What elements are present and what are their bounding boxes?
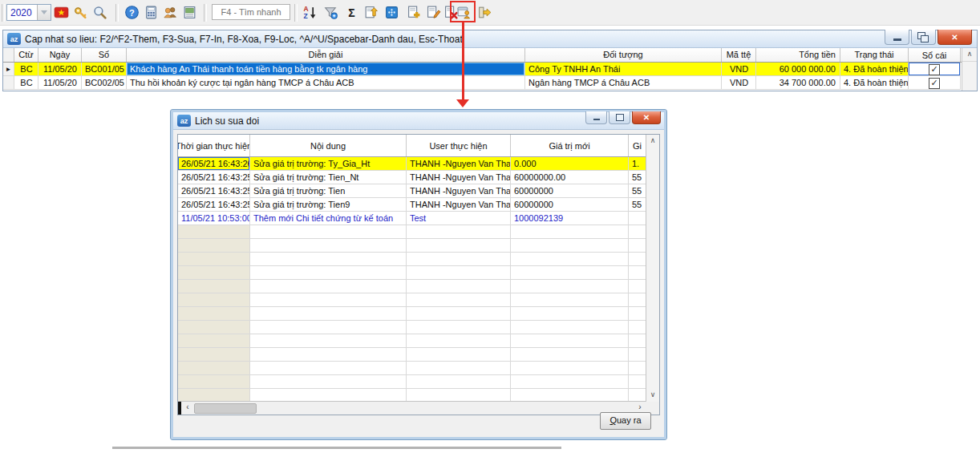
history-empty-row [178, 375, 646, 389]
checkbox-checked-icon[interactable]: ✓ [929, 64, 940, 75]
users-icon [163, 5, 178, 20]
scroll-left-icon[interactable]: ‹ [182, 402, 193, 414]
filter-button[interactable] [321, 2, 341, 22]
history-empty-row [178, 348, 646, 362]
history-row[interactable]: 26/05/21 16:43:25 Sửa giá trị trường: Ti… [178, 184, 646, 198]
column-header: Ctừ [14, 48, 38, 62]
scroll-down-icon[interactable]: ∨ [646, 389, 659, 402]
history-empty-row [178, 307, 646, 321]
history-empty-row [178, 280, 646, 293]
scroll-up-icon[interactable]: ∧ [646, 135, 659, 148]
add-button[interactable] [404, 2, 424, 22]
export-icon [363, 5, 379, 20]
table-row[interactable]: ► BC 11/05/20 BC001/05 Khách hàng An Thá… [3, 63, 962, 76]
restore-button[interactable] [911, 30, 936, 45]
main-window-titlebar[interactable]: az Cap nhat so lieu: F2/^F2-Them, F3-Sua… [3, 30, 977, 48]
history-dialog: az Lich su sua doi ✕ Thời gian thực hiện… [171, 110, 666, 439]
calculator-icon [144, 5, 159, 20]
dialog-title: Lich su sua doi [195, 115, 259, 127]
selected-cell[interactable]: Khách hàng An Thái thanh toán tiền hàng … [127, 63, 525, 76]
key-icon [73, 5, 88, 20]
checkbox-checked-icon[interactable]: ✓ [929, 78, 940, 89]
history-table-header: Thời gian thực hiện Nội dung User thực h… [178, 135, 646, 157]
history-row[interactable]: 26/05/21 16:43:25 Sửa giá trị trường: Ti… [178, 171, 646, 184]
main-window: az Cap nhat so lieu: F2/^F2-Them, F3-Sua… [2, 30, 978, 91]
column-header: Mã ttệ [722, 48, 756, 62]
column-header: User thực hiện [407, 135, 511, 156]
sort-az-icon: A Z [302, 5, 318, 20]
main-table: Ctừ Ngày Số Diễn giải Đối tượng Mã ttệ T… [3, 48, 962, 91]
help-button[interactable]: ? [122, 2, 142, 22]
svg-text:?: ? [129, 8, 135, 18]
edit-icon [426, 5, 441, 20]
annotation-arrow-head-icon [456, 99, 469, 107]
dialog-close-button[interactable]: ✕ [632, 111, 661, 124]
quay-ra-button[interactable]: Quay ra [600, 412, 651, 430]
filter-icon [323, 5, 338, 20]
exit-icon [477, 5, 492, 20]
report-button[interactable] [180, 2, 200, 22]
column-header: Sổ cái [909, 48, 961, 62]
year-value: 2020 [7, 5, 37, 20]
minimize-button[interactable] [885, 30, 909, 45]
dialog-empty-rows [178, 225, 646, 402]
toolbar-grip [2, 4, 5, 22]
main-table-header: Ctừ Ngày Số Diễn giải Đối tượng Mã ttệ T… [3, 48, 962, 63]
current-row-marker-icon: ► [6, 66, 12, 73]
help-icon: ? [124, 5, 140, 20]
history-empty-row [178, 239, 646, 253]
main-window-title: Cap nhat so lieu: F2/^F2-Them, F3-Sua, F… [25, 34, 463, 45]
column-header: Nội dung [250, 135, 407, 156]
toolbar: 2020 ? [0, 0, 980, 26]
grid-left-marker [178, 402, 181, 415]
sum-button[interactable]: Σ [342, 2, 362, 22]
dialog-titlebar[interactable]: az Lich su sua doi ✕ [173, 112, 664, 130]
sum-icon: Σ [348, 6, 354, 19]
app-icon: az [7, 33, 21, 45]
key-button[interactable] [71, 2, 91, 22]
report-icon [182, 5, 197, 20]
history-empty-row [178, 334, 646, 348]
dialog-maximize-button[interactable] [609, 111, 630, 124]
annotation-arrow-line [462, 22, 464, 99]
bottom-divider [112, 447, 561, 449]
dialog-minimize-button[interactable] [585, 111, 607, 124]
toolbar-grip [115, 4, 119, 22]
year-combobox[interactable]: 2020 [6, 4, 51, 21]
history-table: Thời gian thực hiện Nội dung User thực h… [177, 134, 660, 415]
search-icon [92, 5, 107, 20]
scroll-up-icon[interactable]: ∧ [962, 48, 977, 62]
search-button[interactable] [90, 2, 110, 22]
history-empty-row [178, 253, 646, 266]
history-empty-row [178, 321, 646, 334]
users-button[interactable] [160, 2, 180, 22]
close-button[interactable]: ✕ [937, 30, 972, 45]
quick-find-input[interactable] [212, 4, 290, 20]
scrollbar-thumb[interactable] [194, 403, 257, 414]
history-empty-row [178, 293, 646, 307]
column-header: Diễn giải [127, 48, 525, 62]
column-header: Ngày [38, 48, 82, 62]
history-row[interactable]: 11/05/21 10:53:00 Thêm mới Chi tiết chứn… [178, 212, 646, 225]
calculator-button[interactable] [141, 2, 161, 22]
pivot-button[interactable] [382, 2, 402, 22]
history-row[interactable]: 26/05/21 16:43:26 Sửa giá trị trường: Ty… [178, 157, 646, 171]
toolbar-grip [294, 4, 298, 22]
table-row[interactable]: BC 11/05/20 BC002/05 Thu hồi khoản ký cư… [3, 76, 962, 90]
sort-az-button[interactable]: A Z [300, 2, 320, 22]
vietnam-flag-icon [54, 5, 69, 20]
column-header: Trạng thái [840, 48, 909, 62]
add-icon [407, 5, 422, 20]
history-empty-row [178, 225, 646, 239]
column-header: Đối tượng [525, 48, 722, 62]
vietnam-flag-button[interactable] [51, 2, 71, 22]
vertical-scrollbar[interactable]: ∧ [962, 48, 977, 91]
chevron-down-icon[interactable] [37, 5, 51, 20]
column-header: Tổng tiền [756, 48, 840, 62]
export-button[interactable] [361, 2, 381, 22]
toolbar-grip [204, 4, 207, 22]
exit-button[interactable] [475, 2, 495, 22]
history-row[interactable]: 26/05/21 16:43:25 Sửa giá trị trường: Ti… [178, 198, 646, 212]
dialog-horizontal-scrollbar[interactable]: ‹ › [178, 401, 646, 415]
dialog-vertical-scrollbar[interactable]: ∧ ∨ [646, 135, 659, 402]
